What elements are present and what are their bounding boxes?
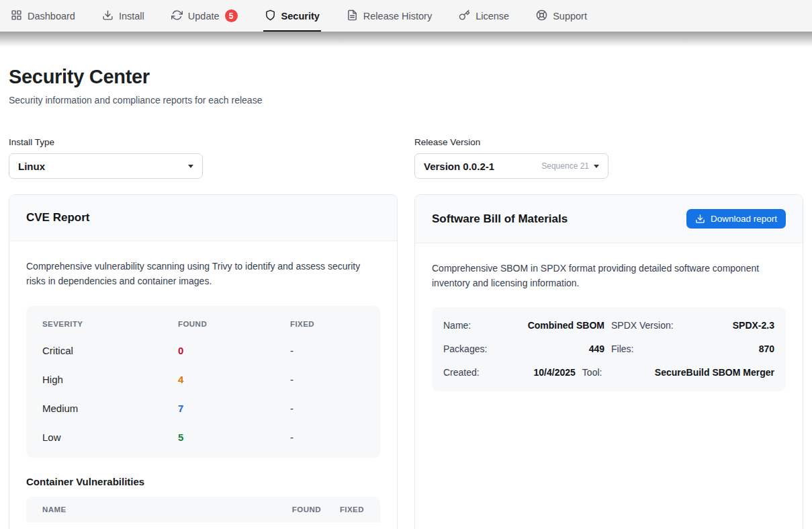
severity-fixed-count: -: [290, 403, 364, 414]
nav-item-install[interactable]: Install: [102, 0, 144, 32]
detail-label: SPDX Version:: [611, 320, 677, 331]
nav-item-label: Install: [119, 11, 144, 22]
detail-value: 449: [514, 343, 604, 354]
cve-card-title: CVE Report: [26, 211, 89, 225]
sbom-card-title: Software Bill of Materials: [432, 212, 568, 226]
name-col-header: NAME: [42, 505, 274, 514]
detail-value: SPDX-2.3: [684, 320, 774, 331]
severity-col-header: SEVERITY: [42, 320, 178, 328]
grid-icon: [11, 9, 22, 23]
table-row: Created: 10/4/2025 Tool: SecureBuild SBO…: [443, 360, 774, 384]
shield-icon: [265, 9, 276, 23]
nav-item-label: Update: [188, 11, 220, 22]
top-navigation: Dashboard Install Update 5 Security Rele…: [0, 0, 812, 32]
nav-item-label: Dashboard: [28, 11, 75, 22]
download-report-label: Download report: [711, 214, 777, 224]
nav-item-dashboard[interactable]: Dashboard: [11, 0, 75, 32]
severity-fixed-count: -: [290, 345, 364, 356]
release-version-select[interactable]: Version 0.0.2-1 Sequence 21: [414, 153, 608, 179]
header-shadow: [0, 32, 812, 46]
chevron-down-icon: [594, 165, 599, 168]
nav-item-update[interactable]: Update 5: [171, 0, 238, 32]
container-vulnerabilities-table-header: NAME FOUND FIXED: [26, 497, 380, 522]
severity-name: High: [42, 374, 178, 385]
cve-card-description: Comprehensive vulnerability scanning usi…: [26, 259, 375, 288]
nav-item-label: Release History: [363, 11, 432, 22]
install-type-value: Linux: [18, 161, 45, 172]
severity-name: Medium: [42, 403, 178, 414]
detail-value: 10/4/2025: [514, 367, 576, 378]
severity-found-count: 4: [178, 374, 290, 385]
nav-item-label: Support: [553, 11, 587, 22]
severity-name: Low: [42, 432, 178, 443]
download-icon: [102, 9, 114, 23]
cve-report-card: CVE Report Comprehensive vulnerability s…: [9, 194, 398, 529]
nav-item-license[interactable]: License: [459, 0, 509, 32]
sbom-card-description: Comprehensive SBOM in SPDX format provid…: [432, 261, 781, 290]
table-row: High 4 -: [26, 365, 380, 394]
table-row: Critical 0 -: [26, 336, 380, 365]
detail-value: 870: [684, 343, 774, 354]
sbom-details-table: Name: Combined SBOM SPDX Version: SPDX-2…: [432, 307, 786, 391]
nav-item-release-history[interactable]: Release History: [347, 0, 432, 32]
severity-name: Critical: [42, 345, 178, 356]
document-icon: [347, 9, 358, 23]
detail-label: Created:: [443, 367, 507, 378]
fixed-col-header: FIXED: [334, 505, 364, 514]
found-col-header: FOUND: [178, 320, 290, 328]
sbom-card: Software Bill of Materials Download repo…: [414, 194, 803, 529]
nav-item-label: Security: [281, 11, 320, 22]
detail-label: Packages:: [443, 343, 507, 354]
severity-found-count: 0: [178, 345, 290, 356]
nav-item-label: License: [476, 11, 509, 22]
severity-found-count: 7: [178, 403, 290, 414]
detail-label: Tool:: [582, 367, 648, 378]
key-icon: [459, 9, 470, 23]
detail-label: Name:: [443, 320, 507, 331]
release-version-label: Release Version: [414, 137, 803, 147]
detail-label: Files:: [611, 343, 677, 354]
nav-item-security[interactable]: Security: [265, 0, 320, 32]
severity-fixed-count: -: [290, 432, 364, 443]
update-count-badge: 5: [225, 9, 238, 22]
container-vulnerabilities-title: Container Vulnerabilities: [26, 476, 380, 487]
refresh-icon: [171, 9, 183, 23]
sequence-label: Sequence 21: [541, 161, 589, 171]
release-version-value: Version 0.0.2-1: [424, 161, 494, 172]
chevron-down-icon: [188, 165, 193, 168]
found-col-header: FOUND: [287, 505, 321, 514]
install-type-select[interactable]: Linux: [9, 153, 203, 179]
detail-value: Combined SBOM: [514, 320, 604, 331]
severity-found-count: 5: [178, 432, 290, 443]
severity-table: SEVERITY FOUND FIXED Critical 0 - High 4…: [26, 306, 380, 458]
install-type-label: Install Type: [9, 137, 398, 147]
fixed-col-header: FIXED: [290, 320, 364, 328]
download-icon: [695, 214, 705, 224]
detail-value: SecureBuild SBOM Merger: [655, 367, 774, 378]
nav-item-support[interactable]: Support: [536, 0, 587, 32]
table-row: Packages: 449 Files: 870: [443, 337, 774, 360]
lifebuoy-icon: [536, 9, 547, 23]
table-row: Medium 7 -: [26, 394, 380, 423]
page-subtitle: Security information and compliance repo…: [9, 95, 803, 106]
severity-fixed-count: -: [290, 374, 364, 385]
table-row: Low 5 -: [26, 423, 380, 452]
download-report-button[interactable]: Download report: [686, 209, 786, 229]
page-title: Security Center: [9, 66, 803, 88]
table-row: Name: Combined SBOM SPDX Version: SPDX-2…: [443, 313, 774, 337]
